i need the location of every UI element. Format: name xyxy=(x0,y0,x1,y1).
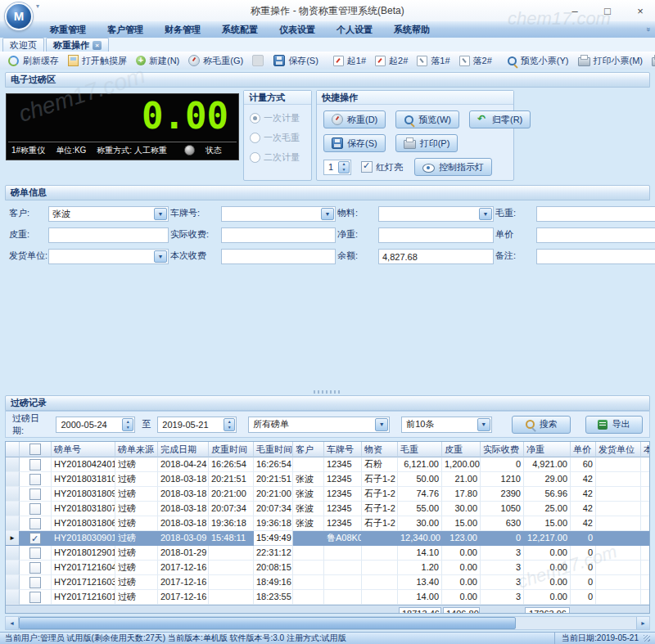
toolbar-button-4[interactable]: 称毛重(G) xyxy=(184,53,247,69)
toolbar-button-5[interactable] xyxy=(248,53,268,68)
quick-zero-button[interactable]: 归零(R) xyxy=(469,110,531,128)
quick-preview-button[interactable]: 预览(W) xyxy=(395,110,459,128)
table-row-7[interactable]: HY2018012901过磅2018-01-2922:31:1214.100.0… xyxy=(6,546,649,561)
chevron-down-icon[interactable]: ▼ xyxy=(154,250,167,263)
column-header-10[interactable]: 皮重 xyxy=(442,442,481,457)
plate-number-field[interactable]: ▼ xyxy=(221,206,336,222)
menu-item-7[interactable]: 系统帮助 xyxy=(383,21,440,38)
row-checkbox-cell[interactable] xyxy=(20,502,52,516)
column-header-2[interactable]: 磅单来源 xyxy=(115,442,158,457)
radio-icon[interactable] xyxy=(250,152,260,163)
menu-overflow-icon[interactable]: » xyxy=(644,27,652,31)
toolbar-button-15[interactable]: 打印小票(M) xyxy=(574,53,648,69)
close-button[interactable]: × xyxy=(634,5,647,17)
column-header-7[interactable]: 车牌号 xyxy=(324,442,362,457)
spinner-arrows-icon[interactable]: ▲▼ xyxy=(338,161,350,173)
row-checkbox[interactable] xyxy=(29,489,41,500)
measure-option-1[interactable]: 一次计量 xyxy=(250,112,311,124)
table-row-4[interactable]: HY2018031807过磅2018-03-1820:07:3420:07:34… xyxy=(6,502,649,516)
menu-item-6[interactable]: 个人设置 xyxy=(326,21,383,38)
gross-weight-field[interactable] xyxy=(536,206,655,222)
horizontal-scrollbar[interactable]: ◄ ► xyxy=(5,616,650,630)
row-checkbox[interactable] xyxy=(29,592,41,603)
quick-access-chevron-icon[interactable]: ▾ xyxy=(36,2,39,10)
row-checkbox[interactable] xyxy=(29,577,41,588)
date-to-spinner-icon[interactable]: ▲▼ xyxy=(224,418,235,431)
toolbar-button-2[interactable]: 打开触摸屏 xyxy=(64,53,131,69)
table-row-9[interactable]: HY2017121603过磅2017-12-1618:49:1613.400.0… xyxy=(6,575,649,590)
tab-close-icon[interactable]: × xyxy=(93,41,102,50)
table-row-1[interactable]: HY2018042401过磅2018-04-2416:26:5416:26:54… xyxy=(6,457,649,472)
table-row-2[interactable]: HY2018031810过磅2018-03-1820:21:5120:21:51… xyxy=(6,472,649,487)
search-button[interactable]: 搜索 xyxy=(512,416,571,434)
unit-price-field[interactable] xyxy=(536,227,655,243)
radio-icon[interactable] xyxy=(250,113,260,124)
row-checkbox-cell[interactable] xyxy=(20,546,52,561)
toolbar-button-9[interactable]: 起1# xyxy=(329,53,370,69)
scrollbar-thumb[interactable] xyxy=(19,617,516,629)
toolbar-button-7[interactable]: 保存(S) xyxy=(269,53,323,69)
header-checkbox[interactable] xyxy=(29,444,41,455)
current-charge-field[interactable] xyxy=(221,249,336,264)
date-to-field[interactable]: 2019-05-21 ▲▼ xyxy=(157,417,237,433)
menu-item-3[interactable]: 财务管理 xyxy=(154,21,211,38)
row-checkbox-cell[interactable] xyxy=(20,561,52,575)
row-checkbox-cell[interactable] xyxy=(20,516,52,531)
splitter-bar[interactable] xyxy=(5,388,650,395)
row-checkbox[interactable] xyxy=(29,474,41,485)
maximize-button[interactable]: □ xyxy=(601,5,614,17)
column-header-1[interactable]: 磅单号 xyxy=(52,442,115,457)
toolbar-button-10[interactable]: 起2# xyxy=(371,53,412,69)
chevron-down-icon[interactable]: ▼ xyxy=(479,208,492,220)
date-from-field[interactable]: 2000-05-24 ▲▼ xyxy=(56,417,135,433)
customer-field[interactable]: 张波▼ xyxy=(48,206,169,222)
tare-weight-field[interactable] xyxy=(48,227,169,243)
column-header-6[interactable]: 客户 xyxy=(293,442,324,457)
toolbar-button-3[interactable]: 新建(N) xyxy=(132,53,183,69)
limit-dropdown-icon[interactable]: ▼ xyxy=(477,418,490,431)
row-checkbox-cell[interactable] xyxy=(20,531,52,546)
column-header-14[interactable]: 发货单位 xyxy=(596,442,641,457)
scroll-right-icon[interactable]: ► xyxy=(636,617,649,629)
row-checkbox[interactable] xyxy=(29,562,41,574)
material-field[interactable]: ▼ xyxy=(378,206,494,222)
scroll-left-icon[interactable]: ◄ xyxy=(6,617,19,629)
column-header-8[interactable]: 物资 xyxy=(362,442,398,457)
chevron-down-icon[interactable]: ▼ xyxy=(154,208,167,220)
quick-print-button[interactable]: 打印(P) xyxy=(395,134,458,152)
row-checkbox[interactable] xyxy=(29,518,41,529)
row-checkbox-cell[interactable] xyxy=(20,590,52,605)
tab-1[interactable]: 欢迎页 xyxy=(2,38,44,52)
limit-select[interactable]: 前10条 ▼ xyxy=(401,417,491,433)
red-light-checkbox[interactable] xyxy=(361,161,373,173)
export-button[interactable]: 导出 xyxy=(585,416,643,434)
quick-save-button[interactable]: 保存(S) xyxy=(323,134,386,152)
table-row-6[interactable]: ►HY2018030901过磅2018-03-0915:48:1115:49:4… xyxy=(6,531,649,546)
column-header-4[interactable]: 皮重时间 xyxy=(209,442,254,457)
balance-field[interactable]: 4,827.68 xyxy=(378,249,494,264)
row-checkbox-cell[interactable] xyxy=(20,575,52,590)
row-checkbox-cell[interactable] xyxy=(20,472,52,487)
menu-item-2[interactable]: 客户管理 xyxy=(97,21,154,38)
ticket-type-dropdown-icon[interactable]: ▼ xyxy=(375,418,388,431)
actual-charge-field[interactable] xyxy=(221,227,336,243)
ticket-type-select[interactable]: 所有磅单 ▼ xyxy=(248,417,390,433)
toolbar-button-11[interactable]: 落1# xyxy=(413,53,454,69)
row-checkbox-cell[interactable] xyxy=(20,457,52,472)
chevron-down-icon[interactable]: ▼ xyxy=(321,208,334,220)
row-checkbox[interactable] xyxy=(29,533,41,544)
toolbar-button-16[interactable]: 打印(P) xyxy=(648,53,655,69)
measure-option-2[interactable]: 一次毛重 xyxy=(250,132,311,144)
menu-item-4[interactable]: 系统配置 xyxy=(211,21,269,38)
remark-field[interactable] xyxy=(536,249,655,264)
shipper-field[interactable]: ▼ xyxy=(48,249,169,264)
table-row-10[interactable]: HY2017121601过磅2017-12-1618:23:5514.000.0… xyxy=(6,590,649,605)
measure-option-3[interactable]: 二次计量 xyxy=(250,151,311,164)
header-checkbox-cell[interactable] xyxy=(20,442,52,457)
column-header-3[interactable]: 完成日期 xyxy=(158,442,209,457)
table-row-3[interactable]: HY2018031809过磅2018-03-1820:21:0020:21:00… xyxy=(6,487,649,502)
table-row-5[interactable]: HY2018031806过磅2018-03-1819:36:1819:36:18… xyxy=(6,516,649,531)
control-indicator-button[interactable]: 控制指示灯 xyxy=(414,158,492,176)
toolbar-button-12[interactable]: 落2# xyxy=(455,53,496,69)
column-header-15[interactable]: 本次收费 xyxy=(641,442,650,457)
